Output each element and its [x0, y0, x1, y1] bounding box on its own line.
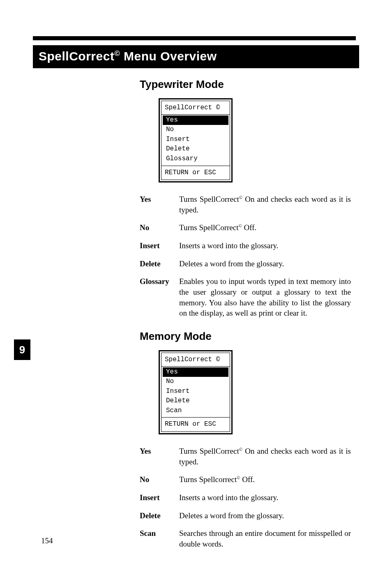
definitions-typewriter: Yes Turns SpellCorrect© On and checks ea… — [140, 194, 351, 318]
menu-items: Yes No Insert Delete Scan — [161, 367, 230, 418]
menu-item-glossary[interactable]: Glossary — [163, 154, 228, 164]
menu-item-no[interactable]: No — [163, 125, 228, 135]
def-desc: Inserts a word into the glossary. — [179, 240, 351, 251]
menu-item-no[interactable]: No — [163, 377, 228, 387]
def-term: No — [140, 222, 179, 233]
menu-footer: RETURN or ESC — [161, 417, 230, 432]
def-term: Insert — [140, 492, 179, 503]
section-heading-memory: Memory Mode — [140, 330, 351, 343]
def-desc-pre: Deletes a word from the glossary. — [179, 259, 284, 268]
def-desc-pre: Searches through an entire document for … — [179, 529, 351, 548]
def-desc-pre: Deletes a word from the glossary. — [179, 511, 284, 520]
section-memory: Memory Mode SpellCorrect © Yes No Insert… — [140, 330, 351, 549]
definitions-memory: Yes Turns SpellCorrect© On and checks ea… — [140, 446, 351, 549]
def-desc-post: Off. — [240, 475, 255, 484]
def-desc-sup: © — [239, 195, 242, 200]
menu-item-scan[interactable]: Scan — [163, 406, 228, 416]
def-desc: Turns SpellCorrect© Off. — [179, 222, 351, 233]
def-term: Delete — [140, 258, 179, 269]
menu-inner: SpellCorrect © Yes No Insert Delete Glos… — [161, 101, 230, 180]
menu-item-delete[interactable]: Delete — [163, 396, 228, 406]
def-desc: Deletes a word from the glossary. — [179, 510, 351, 521]
def-desc: Turns Spellcorrect© Off. — [179, 474, 351, 485]
def-row: Yes Turns SpellCorrect© On and checks ea… — [140, 194, 351, 215]
menu-title: SpellCorrect © — [161, 101, 230, 115]
menu-items: Yes No Insert Delete Glossary — [161, 115, 230, 166]
def-desc-pre: Turns SpellCorrect — [179, 447, 239, 455]
def-term: Yes — [140, 446, 179, 457]
def-row: Delete Deletes a word from the glossary. — [140, 510, 351, 521]
page-number: 154 — [41, 536, 53, 545]
def-desc: Turns SpellCorrect© On and checks each w… — [179, 194, 351, 215]
def-desc: Deletes a word from the glossary. — [179, 258, 351, 269]
def-term: Scan — [140, 528, 179, 539]
def-desc-sup: © — [239, 447, 242, 452]
def-row: No Turns SpellCorrect© Off. — [140, 222, 351, 233]
section-heading-typewriter: Typewriter Mode — [140, 78, 351, 91]
def-desc: Inserts a word into the glossary. — [179, 492, 351, 503]
top-rule — [33, 36, 356, 40]
page: SpellCorrect© Menu Overview Typewriter M… — [0, 0, 392, 570]
def-desc: Enables you to input words typed in text… — [179, 276, 351, 318]
def-desc-sup: © — [238, 223, 242, 228]
def-row: Yes Turns SpellCorrect© On and checks ea… — [140, 446, 351, 467]
title-sup: © — [114, 49, 120, 58]
def-desc: Turns SpellCorrect© On and checks each w… — [179, 446, 351, 467]
menu-title: SpellCorrect © — [161, 353, 230, 367]
def-row: Delete Deletes a word from the glossary. — [140, 258, 351, 269]
def-desc-post: Off. — [242, 223, 257, 232]
def-term: Insert — [140, 240, 179, 251]
def-row: Insert Inserts a word into the glossary. — [140, 240, 351, 251]
def-desc-pre: Inserts a word into the glossary. — [179, 493, 279, 502]
def-term: Delete — [140, 510, 179, 521]
def-desc-pre: Turns SpellCorrect — [179, 195, 239, 203]
def-desc-pre: Turns Spellcorrect — [179, 475, 237, 484]
def-desc-pre: Turns SpellCorrect — [179, 223, 238, 232]
def-desc-sup: © — [237, 475, 240, 480]
def-term: Yes — [140, 194, 179, 205]
menu-item-insert[interactable]: Insert — [163, 135, 228, 145]
content-area: Typewriter Mode SpellCorrect © Yes No In… — [140, 78, 351, 549]
def-row: No Turns Spellcorrect© Off. — [140, 474, 351, 485]
def-row: Glossary Enables you to input words type… — [140, 276, 351, 318]
menu-item-delete[interactable]: Delete — [163, 144, 228, 154]
def-desc-pre: Inserts a word into the glossary. — [179, 241, 279, 250]
menu-item-insert[interactable]: Insert — [163, 387, 228, 397]
title-main: SpellCorrect — [39, 49, 114, 63]
def-term: Glossary — [140, 276, 179, 287]
menu-inner: SpellCorrect © Yes No Insert Delete Scan… — [161, 353, 230, 432]
menu-item-yes[interactable]: Yes — [163, 115, 228, 125]
def-desc: Searches through an entire document for … — [179, 528, 351, 549]
menu-box-typewriter: SpellCorrect © Yes No Insert Delete Glos… — [159, 98, 233, 182]
page-title-bar: SpellCorrect© Menu Overview — [33, 45, 359, 68]
title-rest: Menu Overview — [120, 49, 217, 63]
def-desc-pre: Enables you to input words typed in text… — [179, 277, 351, 317]
chapter-tab: 9 — [14, 339, 30, 360]
menu-item-yes[interactable]: Yes — [163, 367, 228, 377]
menu-footer: RETURN or ESC — [161, 166, 230, 180]
def-term: No — [140, 474, 179, 485]
def-row: Scan Searches through an entire document… — [140, 528, 351, 549]
menu-box-memory: SpellCorrect © Yes No Insert Delete Scan… — [159, 350, 233, 434]
def-row: Insert Inserts a word into the glossary. — [140, 492, 351, 503]
